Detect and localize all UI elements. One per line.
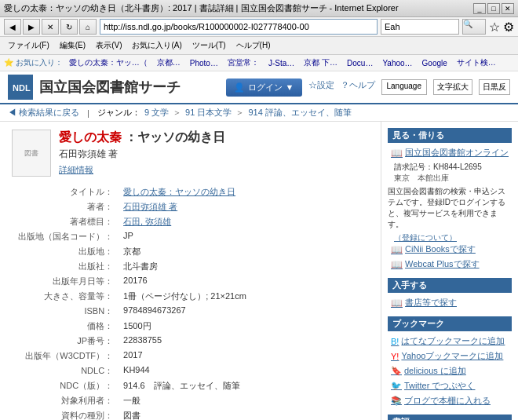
fav-item-site[interactable]: サイト検…: [454, 57, 499, 69]
help-menu[interactable]: ヘルプ(H): [232, 38, 275, 53]
fav-item-photo[interactable]: Photo…: [187, 58, 221, 68]
field-value-place: 京都: [119, 244, 369, 259]
field-label-price: 価格：: [12, 319, 119, 334]
details-toggle[interactable]: 詳細情報: [59, 164, 225, 176]
favorites-menu[interactable]: お気に入り(A): [128, 38, 185, 53]
maximize-button[interactable]: □: [487, 3, 500, 14]
ndl-site-title: 国立国会図書館サーチ: [39, 78, 181, 97]
table-row: JP番号： 22838755: [12, 334, 369, 349]
sub-nav: ◀ 検索結果に戻る | ジャンル： 9 文学 ＞ 91 日本文学 ＞ 914 評…: [0, 104, 518, 122]
table-row: 資料の種別： 図書: [12, 408, 369, 420]
address-input[interactable]: [100, 19, 378, 35]
field-label-ndc: NDC（版）：: [12, 378, 119, 393]
fav-item-kyoto[interactable]: 京都…: [154, 57, 184, 69]
field-label-ndlc: NDLC：: [12, 363, 119, 378]
twitter-icon: 🐦: [391, 381, 402, 391]
view-menu[interactable]: 表示(V): [92, 38, 126, 53]
registration-link[interactable]: （登録について）: [394, 233, 457, 242]
buy-section: 入手する 📖 書店等で探す: [388, 278, 512, 309]
tools-icon[interactable]: ⚙: [503, 20, 514, 35]
book-header: 図書 愛しの太秦 ：ヤッソの幼き日 石田弥須雄 著 詳細情報: [12, 130, 369, 177]
login-button[interactable]: 👤 ログイン ▼: [226, 79, 302, 97]
webcat-link[interactable]: 📖 Webcat Plusで探す: [391, 258, 512, 270]
ndl-header-right: 👤 ログイン ▼ ☆設定 ？ヘルプ Language 文字拡大 日黒反: [226, 79, 510, 97]
webcat-item: 📖 Webcat Plusで探す: [388, 258, 512, 270]
file-menu[interactable]: ファイル(F): [4, 38, 53, 53]
book-author: 石田弥須雄 著: [59, 148, 225, 161]
minimize-button[interactable]: _: [473, 3, 486, 14]
black-white-button[interactable]: 日黒反: [479, 79, 510, 95]
star-icon[interactable]: ☆: [489, 20, 500, 35]
bookmark-section: ブックマーク B! はてなブックマークに追加 Y! Yahooブックマークに追加…: [388, 316, 512, 407]
delicious-link[interactable]: 🔖 delicious に追加: [391, 365, 512, 377]
author-link[interactable]: 石田弥須雄 著: [123, 202, 177, 211]
cinii-icon: 📖: [391, 244, 403, 255]
field-value-jp: 22838755: [119, 334, 369, 349]
cinii-link[interactable]: 📖 CiNii Booksで探す: [391, 243, 512, 255]
field-label-jp: JP番号：: [12, 334, 119, 349]
settings-link[interactable]: ☆設定: [308, 79, 334, 95]
hatena-link[interactable]: B! はてなブックマークに追加: [391, 335, 512, 347]
field-value-publisher: 北斗書房: [119, 259, 369, 274]
table-row: 大きさ、容量等： 1冊（ページ付なし）; 21×21cm: [12, 289, 369, 304]
go-button[interactable]: 🔍: [462, 19, 486, 35]
book-main-title: 愛しの太秦 ：ヤッソの幼き日: [59, 130, 225, 146]
registration-link-container: （登録について）: [394, 232, 512, 243]
forward-button[interactable]: ▶: [23, 19, 40, 35]
search-input[interactable]: [381, 19, 459, 35]
close-button[interactable]: ✕: [502, 3, 514, 14]
back-button[interactable]: ◀: [4, 19, 21, 35]
title-link[interactable]: 愛しの太秦：ヤッソの幼き日: [123, 187, 235, 196]
browser-titlebar: 愛しの太泰：ヤッソの幼き日（北斗書房）: 2017 | 書誌詳細 | 国立国会図…: [0, 0, 518, 17]
breadcrumb-sep2: ＞: [235, 107, 244, 119]
help-link[interactable]: ？ヘルプ: [341, 79, 375, 95]
author-heading-link[interactable]: 石田, 弥須雄: [123, 217, 171, 226]
table-row: タイトル： 愛しの太秦：ヤッソの幼き日: [12, 184, 369, 199]
delicious-icon: 🔖: [391, 366, 402, 376]
breadcrumb-914hyoron[interactable]: 914 評論、エッセイ、随筆: [248, 107, 351, 119]
cinii-item: 📖 CiNii Booksで探す: [388, 243, 512, 255]
twitter-link[interactable]: 🐦 Twitter でつぶやく: [391, 380, 512, 392]
location: 東京 本館出庫: [394, 173, 512, 184]
hatena-icon: B!: [391, 337, 399, 346]
breadcrumb-sep1: ＞: [173, 107, 181, 119]
field-label-place: 出版地：: [12, 244, 119, 259]
fav-item-kyoto2[interactable]: 京都 下…: [301, 57, 341, 69]
fav-item-google[interactable]: Google: [419, 58, 451, 68]
field-value-audience: 一般: [119, 393, 369, 408]
field-value-isbn: 9784894673267: [119, 304, 369, 319]
refresh-button[interactable]: ↻: [60, 19, 78, 35]
table-row: 出版地： 京都: [12, 244, 369, 259]
favorites-label: ⭐ お気に入り：: [4, 57, 63, 68]
twitter-item: 🐦 Twitter でつぶやく: [388, 380, 512, 392]
ndl-online-link[interactable]: 📖 国立国会図書館オンライン: [391, 147, 512, 159]
field-value-size: 1冊（ページ付なし）; 21×21cm: [119, 289, 369, 304]
blog-link[interactable]: 📚 ブログで本棚に入れる: [391, 395, 512, 407]
title-prefix: 愛しの太秦: [59, 130, 122, 144]
ndl-logo: NDL 国立国会図書館サーチ: [8, 75, 181, 100]
edit-menu[interactable]: 編集(E): [56, 38, 89, 53]
bookstore-link[interactable]: 📖 書店等で探す: [391, 297, 512, 309]
field-value-price: 1500円: [119, 319, 369, 334]
text-size-button[interactable]: 文字拡大: [433, 79, 472, 95]
genre-label: ジャンル：: [97, 107, 140, 119]
breadcrumb-9bungaku[interactable]: 9 文学: [144, 107, 169, 119]
header-links: ☆設定 ？ヘルプ Language 文字拡大 日黒反: [308, 79, 511, 95]
stop-button[interactable]: ✕: [42, 19, 59, 35]
yahoo-bookmark-link[interactable]: Y! Yahooブックマークに追加: [391, 350, 512, 362]
tools-menu[interactable]: ツール(T): [188, 38, 230, 53]
bookstore-icon: 📖: [391, 298, 403, 309]
fav-item-jsta[interactable]: J-Sta…: [265, 58, 297, 68]
back-to-results[interactable]: ◀ 検索結果に戻る: [8, 107, 79, 119]
field-label-date: 出版年月日等：: [12, 274, 119, 289]
home-button[interactable]: ⌂: [79, 19, 97, 35]
fav-item-docu[interactable]: Docu…: [344, 58, 376, 68]
fav-item-yahoo[interactable]: Yahoo…: [379, 58, 415, 68]
fav-item-aishino[interactable]: 愛しの太秦：ヤッ…（: [66, 57, 151, 69]
cover-label: 図書: [24, 148, 38, 159]
nav-separator: |: [87, 108, 89, 118]
fav-item-miyado[interactable]: 宮堂常：: [224, 57, 262, 69]
book-title-section: 愛しの太秦 ：ヤッソの幼き日 石田弥須雄 著 詳細情報: [59, 130, 225, 177]
breadcrumb-91nihon[interactable]: 91 日本文学: [185, 107, 232, 119]
language-button[interactable]: Language: [381, 79, 428, 95]
